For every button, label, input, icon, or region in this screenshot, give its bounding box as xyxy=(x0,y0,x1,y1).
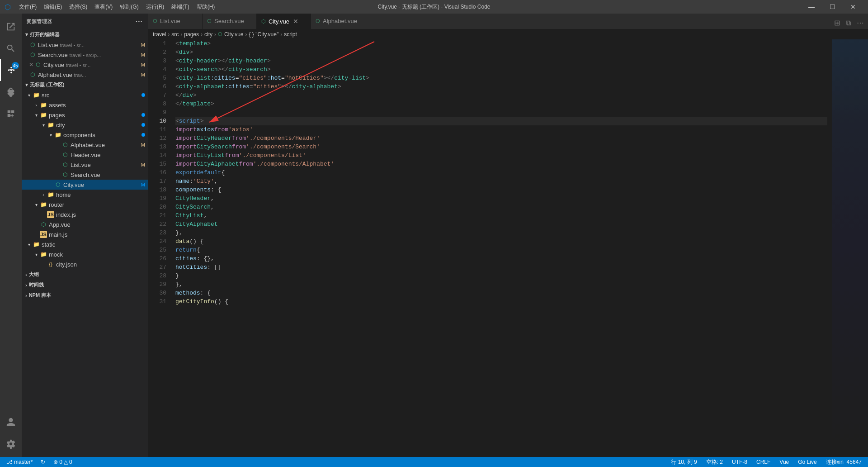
activity-extensions[interactable] xyxy=(0,103,22,124)
code-line-30: methods: { xyxy=(175,289,827,297)
golive-button[interactable]: Go Live xyxy=(796,459,818,465)
activity-explorer[interactable] xyxy=(0,16,22,38)
sidebar: 资源管理器 ⋯ ▾ 打开的编辑器 ⬡ List.vue travel • sr.… xyxy=(22,14,148,457)
menu-help[interactable]: 帮助(H) xyxy=(194,2,218,12)
menu-file[interactable]: 文件(F) xyxy=(16,2,39,12)
menu-goto[interactable]: 转到(G) xyxy=(117,2,141,12)
tree-city-vue[interactable]: ⬡ City.vue M xyxy=(22,180,148,190)
breadcrumb-city[interactable]: city xyxy=(204,31,212,38)
tree-pages[interactable]: ▾ 📁 pages xyxy=(22,110,148,120)
open-editor-list-vue[interactable]: ⬡ List.vue travel • sr... M xyxy=(22,40,148,50)
line-ending[interactable]: CRLF xyxy=(755,459,772,465)
breadcrumb-src[interactable]: src xyxy=(171,31,179,38)
breadcrumb-city-vue[interactable]: City.vue xyxy=(224,31,243,38)
tab-alphabet-vue[interactable]: ⬡ Alphabet.vue xyxy=(311,14,365,29)
breadcrumb-city-export[interactable]: { } "City.vue" xyxy=(249,31,279,38)
workspace-section[interactable]: ▾ 无标题 (工作区) xyxy=(22,80,148,90)
indentation[interactable]: 空格: 2 xyxy=(704,458,725,466)
tree-src[interactable]: ▾ 📁 src xyxy=(22,90,148,100)
tab-city-vue[interactable]: ⬡ City.vue ✕ xyxy=(257,14,311,29)
tab-close-city[interactable]: ✕ xyxy=(292,18,299,25)
folder-icon: 📁 xyxy=(40,201,47,208)
open-editors-section[interactable]: ▾ 打开的编辑器 xyxy=(22,29,148,40)
split-editor-button[interactable]: ⊞ xyxy=(832,17,842,29)
tree-alphabet-vue[interactable]: ⬡ Alphabet.vue M xyxy=(22,140,148,150)
window-controls: — ☐ ✕ xyxy=(801,0,863,14)
tree-router[interactable]: ▾ 📁 router xyxy=(22,200,148,210)
cursor-position[interactable]: 行 10, 列 9 xyxy=(669,458,698,466)
expand-icon: › xyxy=(40,191,47,198)
tab-search-vue[interactable]: ⬡ Search.vue xyxy=(203,14,257,29)
menu-run[interactable]: 运行(R) xyxy=(143,2,167,12)
tree-assets[interactable]: › 📁 assets xyxy=(22,100,148,110)
activity-search[interactable] xyxy=(0,38,22,59)
close-city-tab[interactable]: ✕ xyxy=(29,62,33,68)
notification[interactable]: 连接xin_45647 xyxy=(824,458,863,466)
code-line-2: <div> xyxy=(175,48,827,57)
tree-main-js[interactable]: JS main.js xyxy=(22,229,148,239)
menu-select[interactable]: 选择(S) xyxy=(66,2,90,12)
tree-search-vue[interactable]: ⬡ Search.vue xyxy=(22,170,148,180)
activity-debug[interactable] xyxy=(0,81,22,103)
encoding[interactable]: UTF-8 xyxy=(730,459,749,465)
js-icon: JS xyxy=(40,231,47,238)
activity-source-control[interactable]: 45 xyxy=(0,59,22,81)
code-line-26: cities: {}, xyxy=(175,254,827,263)
activity-settings[interactable] xyxy=(0,433,22,455)
code-line-3: <city-header></city-header> xyxy=(175,57,827,65)
menu-terminal[interactable]: 终端(T) xyxy=(169,2,192,12)
open-editor-search-vue[interactable]: ⬡ Search.vue travel • src\p... M xyxy=(22,50,148,60)
minimize-button[interactable]: — xyxy=(801,0,822,14)
menu-edit[interactable]: 编辑(E) xyxy=(41,2,65,12)
notification-label: 连接xin_45647 xyxy=(826,458,862,466)
breadcrumb-pages[interactable]: pages xyxy=(184,31,199,38)
warning-icon: △ xyxy=(64,459,68,465)
titlebar-menu: 文件(F) 编辑(E) 选择(S) 查看(V) 转到(G) 运行(R) 终端(T… xyxy=(16,2,217,12)
more-actions-button[interactable]: ⋯ xyxy=(855,17,866,29)
close-button[interactable]: ✕ xyxy=(843,0,863,14)
open-editor-city-vue[interactable]: ✕ ⬡ City.vue travel • sr... M xyxy=(22,60,148,70)
git-branch[interactable]: ⎇ master* xyxy=(5,459,34,465)
svg-point-3 xyxy=(13,69,15,71)
tab-list-vue[interactable]: ⬡ List.vue xyxy=(148,14,203,29)
tree-list-vue[interactable]: ⬡ List.vue M xyxy=(22,160,148,170)
tree-static[interactable]: ▾ 📁 static xyxy=(22,239,148,249)
tree-city[interactable]: ▾ 📁 city xyxy=(22,120,148,130)
code-line-24: data () { xyxy=(175,237,827,246)
tree-header-vue[interactable]: ⬡ Header.vue xyxy=(22,150,148,160)
open-editor-alphabet-vue[interactable]: ⬡ Alphabet.vue trav... M xyxy=(22,70,148,80)
new-file-button[interactable]: ⋯ xyxy=(134,16,144,27)
sync-button[interactable]: ↻ xyxy=(39,459,47,465)
breadcrumb-travel[interactable]: travel xyxy=(153,31,166,38)
tree-index-js[interactable]: JS index.js xyxy=(22,210,148,219)
no-expand xyxy=(54,171,61,178)
vue-icon: ⬡ xyxy=(153,18,157,24)
tree-components[interactable]: ▾ 📁 components xyxy=(22,130,148,140)
vue-icon: ⬡ xyxy=(61,141,69,148)
source-control-badge: 45 xyxy=(12,62,19,69)
expand-icon: ▾ xyxy=(33,111,40,119)
tree-app-vue[interactable]: ⬡ App.vue xyxy=(22,219,148,229)
timeline-section[interactable]: › 时间线 xyxy=(22,280,148,290)
npm-section[interactable]: › NPM 脚本 xyxy=(22,290,148,300)
folder-icon: 📁 xyxy=(40,251,47,258)
code-editor[interactable]: <template> <div> <city-header></city-hea… xyxy=(171,39,832,457)
toggle-panel-button[interactable]: ⧉ xyxy=(844,17,853,29)
modified-dot xyxy=(142,133,145,137)
sync-icon: ↻ xyxy=(41,459,45,465)
expand-icon: ▾ xyxy=(40,121,47,129)
code-line-5: <city-list :cities="cities" :hot="hotCit… xyxy=(175,74,827,82)
breadcrumb-script[interactable]: script xyxy=(284,31,297,38)
activity-account[interactable] xyxy=(0,411,22,433)
outline-section[interactable]: › 大纲 xyxy=(22,269,148,280)
tree-mock[interactable]: ▾ 📁 mock xyxy=(22,249,148,259)
code-line-27: hotCities: [] xyxy=(175,263,827,272)
language-mode[interactable]: Vue xyxy=(778,459,791,465)
maximize-button[interactable]: ☐ xyxy=(822,0,843,14)
tree-city-json[interactable]: {} city.json xyxy=(22,259,148,269)
errors-warnings[interactable]: ⊗ 0 △ 0 xyxy=(52,459,74,465)
menu-view[interactable]: 查看(V) xyxy=(92,2,115,12)
status-right: 行 10, 列 9 空格: 2 UTF-8 CRLF Vue Go Live 连… xyxy=(669,458,863,466)
tree-home[interactable]: › 📁 home xyxy=(22,190,148,200)
code-line-14: import CityList from './components/List' xyxy=(175,151,827,160)
